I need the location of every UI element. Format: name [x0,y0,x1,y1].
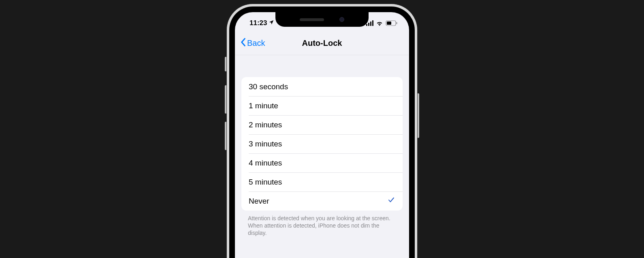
option-label: 2 minutes [249,120,282,129]
phone-device: 11:23 [227,4,417,258]
auto-lock-option[interactable]: Never [241,191,403,211]
option-label: 3 minutes [249,140,282,148]
screen: 11:23 [235,12,409,258]
svg-rect-2 [387,22,391,25]
option-label: Never [249,197,269,206]
auto-lock-option[interactable]: 30 seconds [241,77,403,96]
auto-lock-option[interactable]: 1 minute [241,96,403,115]
chevron-left-icon [240,38,246,49]
option-label: 5 minutes [249,178,282,187]
option-label: 1 minute [249,101,278,110]
front-camera [339,17,344,22]
notch [275,12,369,27]
status-time: 11:23 [249,19,267,27]
page-title: Auto-Lock [302,39,342,48]
auto-lock-options-list: 30 seconds1 minute2 minutes3 minutes4 mi… [241,77,403,211]
option-label: 30 seconds [249,82,288,91]
wifi-icon [376,20,383,26]
auto-lock-option[interactable]: 2 minutes [241,115,403,134]
back-button[interactable]: Back [240,38,265,49]
svg-rect-1 [397,22,397,24]
battery-icon [386,20,398,26]
nav-bar: Back Auto-Lock [235,32,409,55]
back-label: Back [247,39,265,48]
footer-description: Attention is detected when you are looki… [248,215,396,237]
auto-lock-option[interactable]: 5 minutes [241,172,403,191]
location-icon [269,19,274,27]
side-button [417,93,419,138]
auto-lock-option[interactable]: 3 minutes [241,134,403,153]
auto-lock-option[interactable]: 4 minutes [241,153,403,172]
content-area: 30 seconds1 minute2 minutes3 minutes4 mi… [235,55,409,258]
speaker-grille [300,18,324,21]
checkmark-icon [387,196,395,206]
option-label: 4 minutes [249,159,282,168]
